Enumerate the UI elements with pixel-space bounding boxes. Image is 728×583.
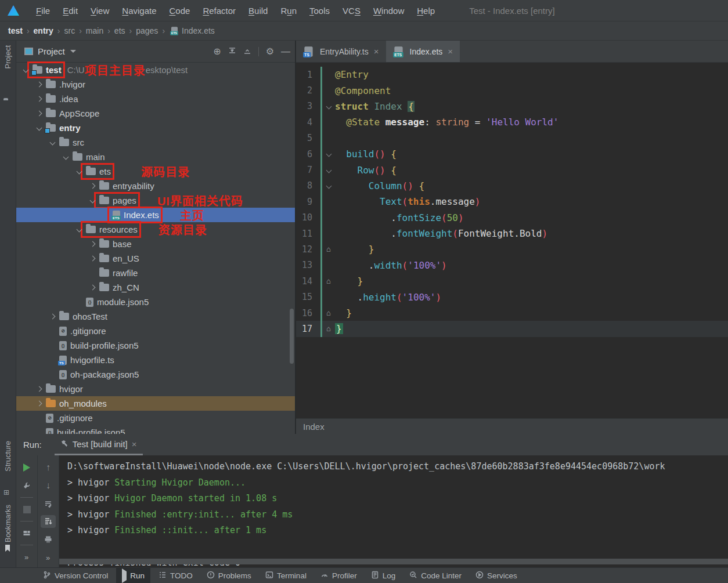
rerun-button[interactable] xyxy=(19,461,34,474)
fold-open-icon[interactable] xyxy=(322,184,335,188)
print-button[interactable] xyxy=(41,533,56,546)
stripe-structure-label[interactable]: Structure xyxy=(3,441,12,472)
chevron-down-icon[interactable] xyxy=(61,152,71,162)
tree-row-hvigor[interactable]: hvigor xyxy=(16,382,295,396)
tree-row--gitignore[interactable]: ⊘.gitignore xyxy=(16,411,295,425)
menu-item-navigate[interactable]: Navigate xyxy=(116,0,163,21)
fold-end-icon[interactable]: ⌂ xyxy=(322,309,335,317)
line-number[interactable]: 10 xyxy=(296,212,316,223)
tree-row-module-json5[interactable]: {}module.json5 xyxy=(16,295,295,309)
line-number[interactable]: 9 xyxy=(296,197,316,207)
toolwindow-button-services[interactable]: Services xyxy=(470,568,523,583)
fold-open-icon[interactable] xyxy=(322,104,335,108)
toolwindow-button-run[interactable]: Run xyxy=(116,568,150,583)
line-number[interactable]: 15 xyxy=(296,292,316,302)
run-console[interactable]: D:\softwareInstall\Huawei\node\node.exe … xyxy=(59,455,728,567)
breadcrumb-item[interactable]: main xyxy=(86,26,103,35)
tree-row-base[interactable]: base xyxy=(16,237,295,251)
hide-panel-icon[interactable]: — xyxy=(281,47,290,56)
toolwindow-button-todo[interactable]: TODO xyxy=(153,568,199,583)
code-editor[interactable]: 1@Entry2@Component3struct Index {4 @Stat… xyxy=(296,63,728,337)
chevron-right-icon[interactable] xyxy=(48,312,57,321)
tree-row-en-us[interactable]: en_US xyxy=(16,251,295,266)
fold-end-icon[interactable]: ⌂ xyxy=(322,277,335,285)
tree-row-entry[interactable]: entry xyxy=(16,121,295,135)
editor-tab-index-ets[interactable]: ETSIndex.ets× xyxy=(386,41,460,62)
tree-row--idea[interactable]: .idea xyxy=(16,92,295,106)
line-number[interactable]: 13 xyxy=(296,260,316,270)
chevron-down-icon[interactable] xyxy=(74,166,84,176)
expand-all-icon[interactable] xyxy=(228,46,236,56)
fold-end-icon[interactable]: ⌂ xyxy=(322,325,335,332)
editor-tab-entryability-ts[interactable]: TSEntryAbility.ts× xyxy=(296,41,386,62)
toolwindow-button-version-control[interactable]: Version Control xyxy=(37,568,114,583)
line-number[interactable]: 12 xyxy=(296,244,316,255)
stop-button[interactable] xyxy=(19,503,34,516)
tree-row--hvigor[interactable]: .hvigor xyxy=(16,77,295,92)
stripe-bookmarks-label[interactable]: Bookmarks xyxy=(3,505,12,542)
fold-open-icon[interactable] xyxy=(322,168,335,172)
line-number[interactable]: 16 xyxy=(296,308,316,318)
chevron-right-icon[interactable] xyxy=(88,254,98,263)
project-panel-title[interactable]: Project xyxy=(38,46,65,56)
breadcrumb-item[interactable]: entry xyxy=(34,26,53,35)
tree-row-oh-package-json5[interactable]: {}oh-package.json5 xyxy=(16,367,295,382)
menu-item-help[interactable]: Help xyxy=(410,0,441,21)
tree-row-src[interactable]: src xyxy=(16,135,295,150)
chevron-down-icon[interactable] xyxy=(74,224,84,234)
toolwindow-button-terminal[interactable]: Terminal xyxy=(260,568,312,583)
fold-open-icon[interactable] xyxy=(322,152,335,156)
run-tab[interactable]: Test [build init] × xyxy=(55,434,143,455)
settings-gear-icon[interactable]: ⚙ xyxy=(266,47,274,56)
chevron-down-icon[interactable] xyxy=(34,123,44,133)
line-number[interactable]: 14 xyxy=(296,276,316,287)
toolwindow-button-problems[interactable]: Problems xyxy=(201,568,257,583)
editor-breadcrumb-item[interactable]: Index xyxy=(303,422,325,432)
down-arrow-icon[interactable]: ↓ xyxy=(41,479,56,492)
menu-item-file[interactable]: File xyxy=(30,0,56,21)
collapse-all-icon[interactable] xyxy=(243,46,251,56)
chevron-right-icon[interactable] xyxy=(88,239,98,249)
tree-row-build-profile-json5[interactable]: {}build-profile.json5 xyxy=(16,425,295,434)
menu-item-run[interactable]: Run xyxy=(274,0,303,21)
stripe-project-label[interactable]: Project xyxy=(3,45,12,68)
restore-layout-button[interactable] xyxy=(19,527,34,539)
tree-row-zh-cn[interactable]: zh_CN xyxy=(16,280,295,295)
close-icon[interactable]: × xyxy=(448,46,453,56)
tree-row--gitignore[interactable]: ⊘.gitignore xyxy=(16,324,295,338)
tree-row-hvigorfile-ts[interactable]: TShvigorfile.ts xyxy=(16,353,295,367)
line-number[interactable]: 3 xyxy=(296,101,316,111)
chevron-right-icon[interactable] xyxy=(34,399,44,408)
toolwindow-button-code-linter[interactable]: Code Linter xyxy=(403,568,467,583)
tree-row-resources[interactable]: resources资源目录 xyxy=(16,222,295,237)
menu-item-vcs[interactable]: VCS xyxy=(336,0,367,21)
menu-item-tools[interactable]: Tools xyxy=(303,0,336,21)
edit-configuration-button[interactable] xyxy=(19,479,34,492)
menu-item-window[interactable]: Window xyxy=(367,0,410,21)
tree-row-appscope[interactable]: AppScope xyxy=(16,106,295,121)
close-icon[interactable]: × xyxy=(132,439,137,449)
more-actions-button[interactable]: » xyxy=(19,551,34,563)
bookmark-icon[interactable] xyxy=(3,544,12,555)
more-actions-button[interactable]: » xyxy=(41,551,56,564)
menu-item-view[interactable]: View xyxy=(84,0,116,21)
tree-row-ohostest[interactable]: ohosTest xyxy=(16,309,295,324)
breadcrumb-item[interactable]: test xyxy=(8,26,23,35)
tree-row-pages[interactable]: pagesUI界面相关代码 xyxy=(16,193,295,208)
menu-item-refactor[interactable]: Refactor xyxy=(196,0,242,21)
line-number[interactable]: 7 xyxy=(296,165,316,175)
tree-row-oh-modules[interactable]: oh_modules xyxy=(16,396,295,411)
breadcrumb-item[interactable]: ets xyxy=(114,26,125,35)
breadcrumb-item[interactable]: src xyxy=(64,26,75,35)
tree-scrollbar[interactable] xyxy=(290,309,294,364)
toolwindow-button-profiler[interactable]: Profiler xyxy=(315,568,363,583)
fold-end-icon[interactable]: ⌂ xyxy=(322,245,335,253)
line-number[interactable]: 8 xyxy=(296,180,316,191)
structure-icon[interactable]: ⊞ xyxy=(3,488,9,497)
line-number[interactable]: 2 xyxy=(296,85,316,96)
line-number[interactable]: 5 xyxy=(296,133,316,143)
chevron-right-icon[interactable] xyxy=(88,283,98,292)
menu-item-build[interactable]: Build xyxy=(242,0,274,21)
scroll-to-end-button[interactable] xyxy=(41,515,56,528)
breadcrumb-item[interactable]: ETSIndex.ets xyxy=(169,26,215,35)
